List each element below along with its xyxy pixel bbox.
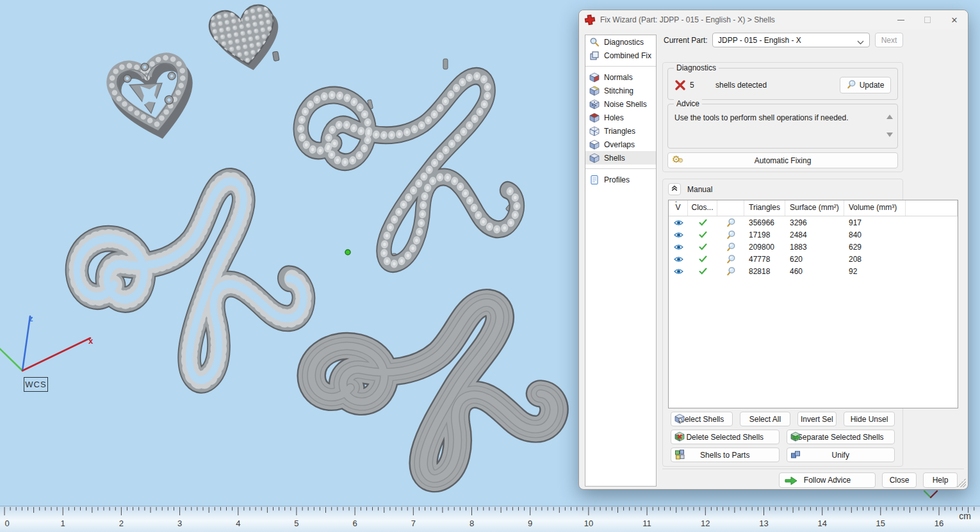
sidebar-item-triangles[interactable]: Triangles (585, 124, 656, 138)
sidebar-item-label: Overlaps (604, 140, 635, 149)
svg-text:8: 8 (470, 519, 474, 528)
sidebar-item-noise-shells[interactable]: Noise Shells (585, 97, 656, 111)
dialog-titlebar[interactable]: Fix Wizard (Part: JDPP - 015 - English -… (579, 10, 968, 29)
sidebar-item-label: Diagnostics (604, 38, 644, 47)
table-row[interactable]: 171982484840 (669, 229, 958, 241)
sidebar-item-diagnostics[interactable]: Diagnostics (585, 35, 656, 49)
minimize-button[interactable] (887, 10, 914, 29)
closed-check-icon (688, 231, 717, 238)
help-button[interactable]: Help (923, 472, 958, 488)
inspect-magnifier-icon[interactable] (717, 218, 744, 227)
triangles-value: 82818 (744, 267, 785, 276)
hide-unsel-button[interactable]: Hide Unsel (844, 412, 895, 426)
sidebar-item-normals[interactable]: Normals (585, 70, 656, 84)
separate-selected-shells-button[interactable]: Separate Selected Shells (787, 430, 895, 444)
triangles-value: 356966 (744, 218, 785, 227)
column-header-surface-mm[interactable]: Surface (mm²) (785, 200, 844, 216)
visibility-eye-icon[interactable] (669, 220, 688, 226)
table-row[interactable]: 2098001883629 (669, 241, 958, 253)
sidebar-item-combined-fix[interactable]: Combined Fix (585, 49, 656, 62)
select-all-button[interactable]: Select All (740, 412, 790, 426)
model-heart-frame[interactable] (108, 54, 196, 140)
advice-groupbox: Advice Use the tools to perform shell op… (667, 104, 898, 149)
svg-text:7: 7 (411, 519, 416, 528)
surface-value: 620 (785, 255, 844, 264)
delete-selected-shells-button[interactable]: Delete Selected Shells (671, 430, 780, 444)
sidebar-item-shells[interactable]: Shells (585, 151, 656, 165)
column-header-v[interactable]: ˆV (669, 200, 688, 216)
svg-text:1: 1 (61, 519, 65, 528)
button-label: Delete Selected Shells (686, 433, 764, 442)
table-row[interactable]: 8281846092 (669, 265, 958, 277)
advice-scroll-down-icon[interactable] (886, 133, 893, 137)
inspect-magnifier-icon[interactable] (717, 254, 744, 264)
inspect-magnifier-icon[interactable] (717, 242, 744, 252)
model-monogram-smooth[interactable] (307, 298, 558, 487)
update-label: Update (860, 81, 885, 90)
pick-point (345, 250, 350, 255)
sidebar-item-label: Triangles (604, 127, 635, 136)
sidebar-item-label: Combined Fix (604, 51, 651, 60)
visibility-eye-icon[interactable] (669, 268, 688, 275)
button-label: Unify (832, 451, 849, 460)
collapse-manual-button[interactable] (668, 183, 681, 195)
sidebar-item-holes[interactable]: Holes (585, 111, 656, 124)
model-heart-pave[interactable] (207, 2, 285, 76)
sidebar-item-label: Stitching (604, 86, 633, 95)
cube-holes-icon (589, 113, 600, 123)
sidebar-item-profiles[interactable]: Profiles (585, 173, 656, 186)
select-shells-icon (674, 414, 685, 424)
column-header-icon[interactable] (717, 200, 744, 216)
follow-advice-button[interactable]: Follow Advice (779, 472, 876, 488)
axis-z-label: z (29, 314, 33, 323)
update-button[interactable]: Update (840, 77, 891, 93)
cube-stitching-icon (589, 86, 600, 96)
unify-icon (790, 449, 801, 460)
visibility-eye-icon[interactable] (669, 232, 688, 238)
sidebar-item-stitching[interactable]: Stitching (585, 84, 656, 97)
select-shells-button[interactable]: Select Shells (671, 412, 733, 426)
close-button[interactable]: Close (882, 472, 917, 488)
minimize-icon (897, 20, 904, 20)
unify-button[interactable]: Unify (787, 447, 895, 462)
resize-grip[interactable] (957, 478, 966, 487)
surface-value: 2484 (785, 230, 844, 239)
svg-text:11: 11 (642, 519, 651, 528)
automatic-fixing-button[interactable]: ⚙⚙ Automatic Fixing (667, 152, 898, 168)
gears-icon: ⚙⚙ (672, 154, 683, 165)
sidebar-separator (585, 168, 656, 169)
shells-to-parts-button[interactable]: Shells to Parts (671, 447, 780, 462)
double-chevron-up-icon (671, 184, 678, 194)
sidebar-item-label: Holes (604, 113, 624, 122)
visibility-eye-icon[interactable] (669, 256, 688, 262)
diagnostics-section: Diagnostics 5 shells detected Update Adv… (662, 62, 903, 172)
table-row[interactable]: 47778620208 (669, 253, 958, 265)
svg-text:3: 3 (177, 519, 182, 528)
button-label: Separate Selected Shells (797, 433, 884, 442)
table-row[interactable]: 3569663296917 (669, 216, 958, 229)
dialog-title: Fix Wizard (Part: JDPP - 015 - English -… (600, 15, 887, 24)
invert-sel-button[interactable]: Invert Sel (797, 412, 837, 426)
model-monogram-pave[interactable] (284, 52, 534, 280)
sidebar-item-overlaps[interactable]: Overlaps (585, 138, 656, 151)
diagnostics-groupbox: Diagnostics 5 shells detected Update (667, 68, 898, 100)
ruler: 012345678910111213141516 cm (0, 506, 980, 532)
close-window-button[interactable]: ✕ (941, 10, 968, 29)
column-header-volume-mm[interactable]: Volume (mm³) (844, 200, 906, 216)
ruler-unit-label: cm (959, 511, 971, 521)
maximize-button[interactable] (914, 10, 941, 29)
advice-scroll-up-icon[interactable] (886, 115, 893, 119)
column-header-triangles[interactable]: Triangles (744, 200, 785, 216)
visibility-eye-icon[interactable] (669, 244, 688, 250)
sidebar-item-label: Shells (604, 154, 625, 163)
next-button[interactable]: Next (875, 33, 903, 47)
column-header-clos[interactable]: Clos... (688, 200, 717, 216)
error-x-icon (674, 79, 686, 91)
inspect-magnifier-icon[interactable] (717, 230, 744, 239)
current-part-combobox[interactable]: JDPP - 015 - English - X (712, 33, 870, 47)
fix-wizard-app-icon (584, 14, 596, 26)
model-monogram-double[interactable] (67, 172, 314, 396)
button-label: Select Shells (680, 415, 724, 424)
inspect-magnifier-icon[interactable] (717, 266, 744, 276)
svg-text:10: 10 (584, 519, 593, 528)
